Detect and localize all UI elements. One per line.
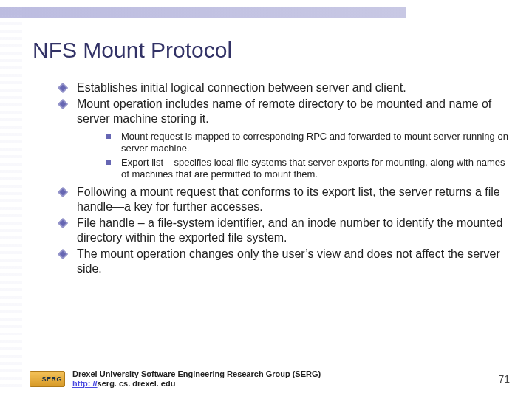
sub-bullet-item: Mount request is mapped to corresponding… xyxy=(106,131,510,155)
top-decor-bar xyxy=(0,7,406,18)
bullet-text: Establishes initial logical connection b… xyxy=(77,81,406,94)
bullet-item: Establishes initial logical connection b… xyxy=(59,81,510,95)
bullet-item: File handle – a file-system identifier, … xyxy=(59,216,510,245)
page-number: 71 xyxy=(498,373,514,385)
sub-bullet-item: Export list – specifies local file syste… xyxy=(106,157,510,181)
bullet-item: Following a mount request that conforms … xyxy=(59,185,510,214)
slide-footer: SERG Drexel University Software Engineer… xyxy=(30,369,514,389)
sub-bullet-text: Mount request is mapped to corresponding… xyxy=(121,131,508,154)
footer-org: Drexel University Software Engineering R… xyxy=(72,369,321,378)
sub-bullet-text: Export list – specifies local file syste… xyxy=(121,157,505,180)
bullet-text: The mount operation changes only the use… xyxy=(77,248,500,275)
bullet-text: Following a mount request that conforms … xyxy=(77,185,500,213)
footer-link-prefix: http: // xyxy=(72,379,98,388)
left-decor-pattern xyxy=(0,7,22,392)
serg-logo-text: SERG xyxy=(41,375,62,383)
serg-logo: SERG xyxy=(30,371,65,387)
bullet-text: Mount operation includes name of remote … xyxy=(77,98,491,125)
bullet-item: The mount operation changes only the use… xyxy=(59,247,510,276)
bullet-text: File handle – a file-system identifier, … xyxy=(77,216,502,244)
footer-link-tail: serg. cs. drexel. edu xyxy=(98,379,176,388)
slide-content: Establishes initial logical connection b… xyxy=(59,81,510,276)
footer-text: Drexel University Software Engineering R… xyxy=(72,369,491,389)
slide-title: NFS Mount Protocol xyxy=(33,38,532,63)
bullet-item: Mount operation includes name of remote … xyxy=(59,97,510,180)
